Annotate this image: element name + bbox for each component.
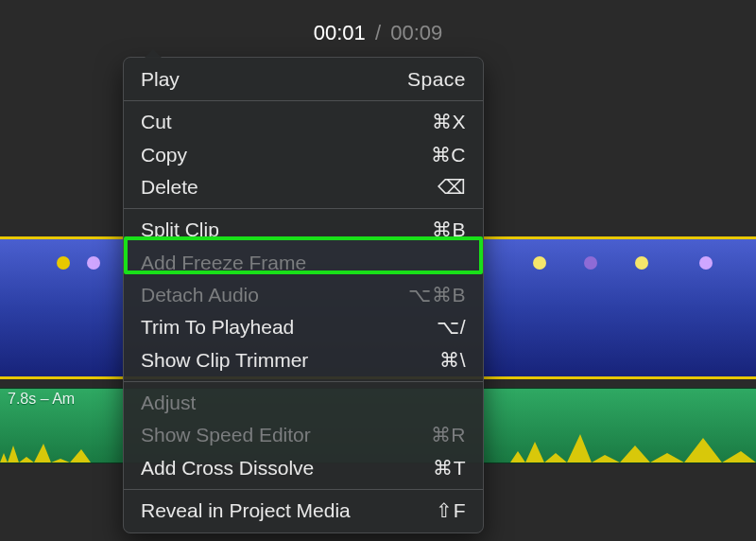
menu-item-shortcut: ⇧F [436,497,466,524]
menu-item-shortcut: ⌘X [432,109,466,135]
clip-thumbnail-icon [533,256,546,270]
timecode-display: 00:01 / 00:09 [0,21,756,45]
menu-item-adjust: Adjust [124,387,483,419]
clip-thumbnail-icon [635,256,648,270]
menu-item-shortcut: ⌥/ [437,314,466,340]
menu-item-label: Split Clip [141,217,219,243]
timecode-duration: 00:09 [390,21,442,44]
menu-item-shortcut: ⌘B [432,217,466,243]
menu-item-label: Trim To Playhead [141,314,294,340]
menu-item-label: Add Freeze Frame [141,250,306,276]
menu-item-add-freeze-frame: Add Freeze Frame [124,247,483,279]
menu-item-label: Cut [141,109,172,135]
menu-item-label: Show Speed Editor [141,422,311,448]
menu-item-shortcut: ⌘T [433,455,466,481]
menu-item-show-speed-editor: Show Speed Editor ⌘R [124,419,483,451]
menu-item-label: Add Cross Dissolve [141,455,314,481]
menu-item-label: Delete [141,174,198,201]
imovie-window: 00:01 / 00:09 7.8s – Am Play Space Cut ⌘… [0,0,756,541]
menu-item-reveal-in-project-media[interactable]: Reveal in Project Media ⇧F [124,495,483,527]
menu-separator [124,489,483,490]
timecode-current: 00:01 [314,21,366,44]
menu-separator [124,100,483,101]
timecode-separator: / [375,21,381,44]
menu-item-label: Play [141,66,180,93]
menu-item-label: Show Clip Trimmer [141,347,308,374]
menu-item-shortcut: Space [407,66,466,93]
clip-thumbnail-icon [699,256,713,270]
menu-separator [124,208,483,209]
clip-thumbnail-icon [87,256,100,270]
menu-item-show-clip-trimmer[interactable]: Show Clip Trimmer ⌘\ [124,344,483,376]
menu-item-shortcut: ⌘C [431,142,466,168]
menu-item-copy[interactable]: Copy ⌘C [124,139,483,171]
menu-item-detach-audio: Detach Audio ⌥⌘B [124,279,483,311]
clip-thumbnail-icon [57,256,70,270]
clip-thumbnail-icon [584,256,597,270]
menu-item-shortcut: ⌥⌘B [408,282,466,308]
menu-item-play[interactable]: Play Space [124,63,483,96]
menu-item-add-cross-dissolve[interactable]: Add Cross Dissolve ⌘T [124,452,483,484]
menu-item-trim-to-playhead[interactable]: Trim To Playhead ⌥/ [124,311,483,343]
menu-separator [124,381,483,382]
menu-arrow-icon [145,49,162,58]
menu-item-shortcut: ⌘R [431,422,466,448]
menu-item-label: Adjust [141,390,196,416]
menu-item-cut[interactable]: Cut ⌘X [124,106,483,138]
audio-clip-label: 7.8s – Am [8,391,75,408]
delete-key-icon: ⌫ [438,174,467,201]
menu-item-label: Reveal in Project Media [141,497,351,524]
context-menu: Play Space Cut ⌘X Copy ⌘C Delete ⌫ Split… [123,57,484,533]
menu-item-label: Copy [141,142,187,168]
menu-item-label: Detach Audio [141,282,259,308]
menu-item-shortcut: ⌘\ [439,347,466,374]
menu-item-delete[interactable]: Delete ⌫ [124,171,483,203]
menu-item-split-clip[interactable]: Split Clip ⌘B [124,214,483,246]
